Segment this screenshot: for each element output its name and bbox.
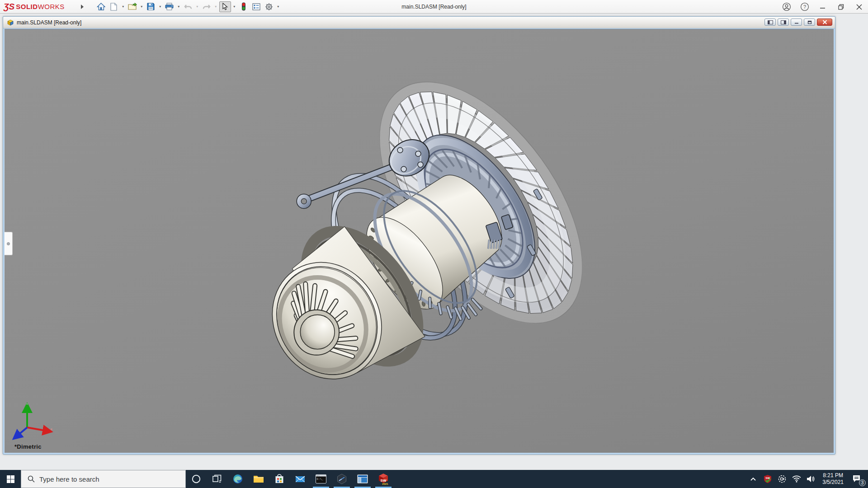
svg-text:2021: 2021 <box>382 483 388 485</box>
undo-button[interactable] <box>182 1 194 12</box>
document-window: main.SLDASM [Read-only] <box>3 16 835 455</box>
taskbar-edge-icon[interactable] <box>227 470 248 488</box>
orientation-triad <box>11 399 61 440</box>
svg-text:C:\_: C:\_ <box>317 475 321 477</box>
select-button[interactable] <box>219 1 231 12</box>
jet-engine-model <box>5 29 834 453</box>
tray-hidden-icons-chevron-icon[interactable] <box>746 470 760 488</box>
select-dropdown-caret[interactable]: ▾ <box>232 1 237 12</box>
taskbar-clock[interactable]: 8:21 PM 3/5/2021 <box>819 472 847 486</box>
window-controls: ? <box>778 0 868 14</box>
taskbar-desktop-app-icon[interactable] <box>352 470 373 488</box>
save-dropdown-caret[interactable]: ▾ <box>158 1 163 12</box>
start-button[interactable] <box>0 470 21 488</box>
redo-dropdown-caret[interactable]: ▾ <box>213 1 218 12</box>
doc-toggle-left-pane-button[interactable] <box>764 19 776 26</box>
close-button[interactable] <box>850 0 868 14</box>
taskbar-store-icon[interactable] <box>269 470 290 488</box>
doc-close-button[interactable] <box>817 19 832 26</box>
document-window-buttons <box>764 19 832 26</box>
svg-text:C:\_: C:\_ <box>317 478 324 481</box>
svg-text:?: ? <box>803 4 806 9</box>
tray-wifi-icon[interactable] <box>790 470 803 488</box>
collapsed-panel-tab[interactable] <box>5 232 13 255</box>
expand-arrow-button[interactable] <box>76 1 88 12</box>
new-document-dropdown-caret[interactable]: ▾ <box>121 1 126 12</box>
assembly-icon <box>7 19 14 26</box>
new-document-button[interactable] <box>108 1 120 12</box>
notification-badge: 3 <box>859 479 866 486</box>
taskbar-app-icons: C:\_C:\_SW2021 <box>186 470 394 488</box>
taskbar-cortana-icon[interactable] <box>186 470 207 488</box>
svg-text:SW: SW <box>765 477 770 479</box>
restore-button[interactable] <box>832 0 850 14</box>
x-axis <box>27 427 48 431</box>
ds-logo-mark: ƷS <box>4 2 14 12</box>
account-button[interactable] <box>778 0 796 14</box>
main-toolbar: ▾▾▾▾▾▾▾▾ <box>76 1 281 12</box>
taskbar-search[interactable]: Type here to search <box>21 470 186 488</box>
tray-meet-now-icon[interactable] <box>775 470 789 488</box>
action-center-button[interactable]: 3 <box>848 470 866 488</box>
status-light-button[interactable] <box>238 1 250 12</box>
taskbar-terminal-icon[interactable]: C:\_C:\_ <box>311 470 331 488</box>
redo-button[interactable] <box>201 1 212 12</box>
taskbar-file-explorer-icon[interactable] <box>248 470 269 488</box>
clock-date: 3/5/2021 <box>822 479 844 486</box>
save-button[interactable] <box>145 1 157 12</box>
taskbar-empty-area[interactable] <box>394 470 746 488</box>
svg-text:SW: SW <box>381 479 387 483</box>
taskbar-mail-icon[interactable] <box>290 470 311 488</box>
tray-solidworks-status-icon[interactable]: SW <box>761 470 774 488</box>
home-button[interactable] <box>95 1 107 12</box>
doc-minimize-button[interactable] <box>791 19 802 26</box>
options-button[interactable] <box>263 1 275 12</box>
doc-toggle-right-pane-button[interactable] <box>778 19 789 26</box>
app-titlebar: ƷSSOLIDWORKS ▾▾▾▾▾▾▾▾ main.SLDASM [Read-… <box>0 0 868 14</box>
taskbar-hexagon-app-icon[interactable] <box>331 470 352 488</box>
open-button[interactable] <box>127 1 138 12</box>
taskbar-solidworks-icon[interactable]: SW2021 <box>373 470 394 488</box>
clock-time: 8:21 PM <box>822 472 844 479</box>
y-axis-tip <box>26 403 28 405</box>
search-icon <box>28 475 35 483</box>
help-button[interactable]: ? <box>796 0 814 14</box>
windows-taskbar: Type here to search C:\_C:\_SW2021 SW 8:… <box>0 470 868 488</box>
search-placeholder: Type here to search <box>39 475 99 483</box>
document-title: main.SLDASM [Read-only] <box>17 19 81 26</box>
open-dropdown-caret[interactable]: ▾ <box>139 1 144 12</box>
doc-restore-button[interactable] <box>804 19 815 26</box>
minimize-button[interactable] <box>814 0 832 14</box>
graphics-viewport[interactable]: *Dimetric <box>5 29 834 453</box>
solidworks-logo: ƷSSOLIDWORKS <box>4 2 65 12</box>
z-axis <box>16 427 27 436</box>
system-tray: SW 8:21 PM 3/5/2021 3 <box>746 470 868 488</box>
file-properties-button[interactable] <box>250 1 262 12</box>
taskbar-task-view-icon[interactable] <box>207 470 227 488</box>
x-axis-tip <box>51 428 52 430</box>
view-orientation-label: *Dimetric <box>14 443 42 450</box>
document-titlebar[interactable]: main.SLDASM [Read-only] <box>3 17 835 28</box>
print-button[interactable] <box>164 1 175 12</box>
tray-volume-icon[interactable] <box>804 470 818 488</box>
options-dropdown-caret[interactable]: ▾ <box>276 1 281 12</box>
print-dropdown-caret[interactable]: ▾ <box>176 1 181 12</box>
panel-tab-grip-icon <box>7 242 10 245</box>
undo-dropdown-caret[interactable]: ▾ <box>195 1 200 12</box>
